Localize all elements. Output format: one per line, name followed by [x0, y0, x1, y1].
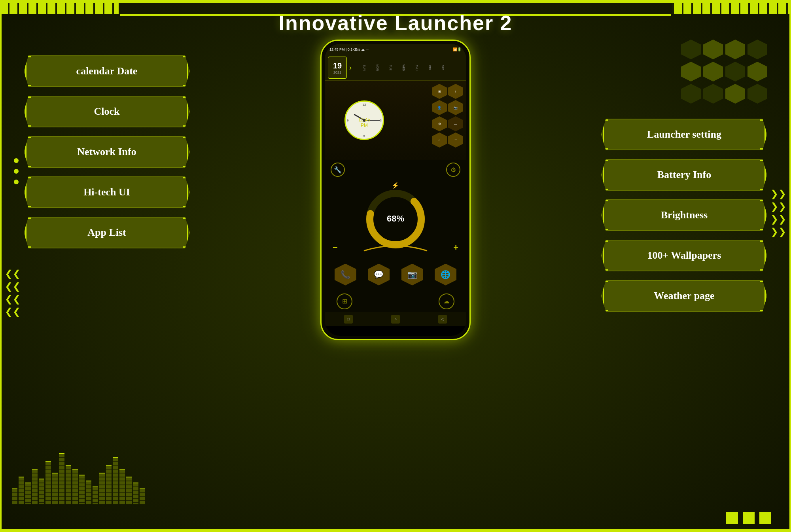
date-year: 2021 — [333, 70, 341, 74]
network-info-button[interactable]: Network Info — [24, 136, 190, 168]
equalizer — [12, 441, 145, 504]
chevron-r1: ❯❯ — [770, 189, 786, 199]
bracket-left-r4 — [603, 240, 608, 271]
eq-bar-18 — [133, 483, 138, 504]
message-app-icon[interactable]: 💬 — [368, 264, 390, 286]
battery-arc-svg — [356, 239, 435, 255]
battery-info-label: Battery Info — [657, 169, 711, 181]
hex-12 — [747, 84, 767, 104]
weather-app-icon[interactable]: ☁ — [439, 293, 454, 309]
calendar-date-button[interactable]: calendar Date — [24, 55, 190, 87]
day-thu: THU — [406, 64, 418, 71]
hitech-ui-button[interactable]: Hi-tech UI — [24, 176, 190, 208]
weather-page-button[interactable]: Weather page — [601, 280, 767, 312]
eq-bar-13 — [99, 473, 105, 504]
bracket-left-1 — [25, 56, 31, 86]
top-frame — [0, 0, 791, 3]
date-number: 19 — [333, 61, 342, 70]
hex-11 — [725, 84, 745, 104]
eq-bar-3 — [32, 469, 38, 504]
clock-button[interactable]: Clock — [24, 96, 190, 127]
bottom-border-right — [789, 497, 791, 529]
eq-bar-14 — [106, 465, 112, 504]
chevrons-right: ❯❯ ❯❯ ❯❯ ❯❯ — [770, 189, 786, 237]
tools-icon[interactable]: 🔧 — [331, 163, 345, 177]
right-panel: Launcher setting Battery Info Brightness… — [601, 119, 767, 312]
bottom-squares — [726, 512, 771, 524]
hex-icon-4: 📷 — [448, 100, 463, 115]
app-title: Innovative Launcher 2 — [278, 11, 512, 35]
day-tue: TUE — [380, 64, 392, 71]
left-border — [0, 43, 2, 500]
weather-page-label: Weather page — [654, 290, 714, 302]
nav-square[interactable]: □ — [344, 315, 353, 324]
bracket-right-1 — [183, 56, 188, 86]
sq-1 — [726, 512, 738, 524]
status-icons: 📶🔋 — [453, 47, 462, 51]
eq-bar-12 — [93, 487, 98, 504]
hitech-ui-label: Hi-tech UI — [83, 186, 130, 198]
eq-bar-9 — [72, 469, 78, 504]
day-labels: SUN MON TUE WED THU FRI SAT — [354, 64, 444, 71]
eq-bar-7 — [59, 453, 64, 504]
hex-7 — [725, 62, 745, 81]
phone-nav: □ ○ ◁ — [325, 312, 466, 326]
bracket-right-r1 — [760, 119, 766, 150]
phone-mockup: 12:45 PM | 0.1KB/s ☁ ··· 📶🔋 19 2021 › SU… — [320, 40, 471, 487]
bracket-left-r1 — [603, 119, 608, 150]
minus-control[interactable]: − — [333, 242, 338, 253]
day-sun: SUN — [354, 64, 366, 71]
sq-3 — [759, 512, 771, 524]
grid-app-icon[interactable]: ⊞ — [337, 293, 352, 309]
wallpapers-label: 100+ Wallpapers — [647, 250, 721, 261]
hex-2 — [703, 40, 723, 59]
nav-circle[interactable]: ○ — [391, 315, 400, 324]
chevron-2: ❮❮ — [5, 282, 21, 291]
dot-3 — [14, 180, 19, 184]
chrome-app-icon[interactable]: 🌐 — [435, 264, 456, 286]
clock-position: 12 3 6 9 12:45 PM — [344, 100, 384, 140]
top-right-hazard — [672, 3, 791, 14]
launcher-setting-button[interactable]: Launcher setting — [601, 119, 767, 150]
app-list-button[interactable]: App List — [24, 217, 190, 248]
hex-8 — [747, 62, 767, 81]
eq-bar-2 — [25, 483, 31, 504]
plus-control[interactable]: + — [453, 242, 458, 253]
nav-triangle[interactable]: ◁ — [438, 315, 447, 324]
settings-icon[interactable]: ⚙ — [446, 163, 460, 177]
day-mon: MON — [367, 64, 379, 71]
hex-icon-5: ⚙ — [432, 116, 447, 131]
tools-row: 🔧 ⚙ — [325, 160, 466, 180]
bracket-right-r3 — [760, 200, 766, 230]
eq-bar-10 — [79, 475, 85, 504]
hex-10 — [703, 84, 723, 104]
app-icons-row: 📞 💬 📷 🌐 — [325, 259, 466, 290]
battery-info-button[interactable]: Battery Info — [601, 159, 767, 191]
chevron-r2: ❯❯ — [770, 202, 786, 211]
bracket-left-r5 — [603, 281, 608, 311]
hex-5 — [681, 62, 701, 81]
wallpapers-button[interactable]: 100+ Wallpapers — [601, 240, 767, 271]
hex-panel: ⊞ f 👤 📷 ⚙ — ○ ☰ — [432, 84, 463, 148]
clock-label: Clock — [94, 106, 120, 117]
eq-bar-11 — [86, 481, 91, 504]
hex-9 — [681, 84, 701, 104]
hex-icon-1: ⊞ — [432, 84, 447, 99]
eq-bar-4 — [39, 479, 44, 504]
hex-decorations — [681, 40, 767, 104]
phone-app-icon[interactable]: 📞 — [335, 264, 356, 286]
eq-bar-17 — [126, 477, 132, 504]
bottom-border — [0, 529, 791, 532]
left-dots — [14, 158, 19, 184]
hex-6 — [703, 62, 723, 81]
bracket-left-4 — [25, 177, 31, 207]
clock-6: 6 — [363, 134, 365, 138]
hex-icon-7: ○ — [432, 133, 447, 148]
date-box: 19 2021 — [328, 57, 347, 79]
camera-app-icon[interactable]: 📷 — [401, 264, 423, 286]
bracket-right-4 — [183, 177, 188, 207]
chevrons-left: ❮❮ ❮❮ ❮❮ ❮❮ — [5, 269, 21, 316]
bracket-right-r5 — [760, 281, 766, 311]
eq-bar-5 — [45, 461, 51, 504]
brightness-button[interactable]: Brightness — [601, 199, 767, 231]
